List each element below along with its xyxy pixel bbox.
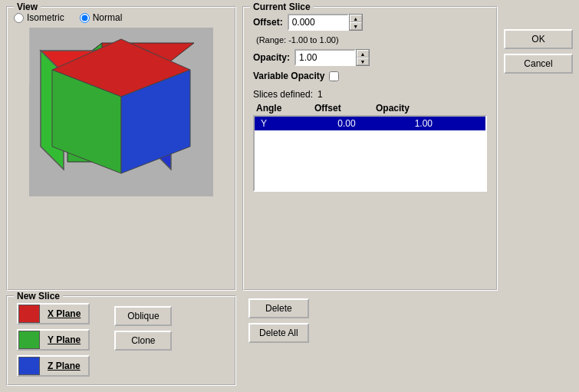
y-plane-label: Y Plane	[40, 333, 88, 347]
x-color-box	[18, 305, 40, 323]
offset-down-btn[interactable]: ▼	[350, 22, 362, 30]
ok-cancel-buttons: OK Cancel	[504, 6, 573, 291]
slices-defined-count: 1	[317, 89, 323, 100]
new-slice-panel: New Slice X Plane Y Plane Z Plane	[6, 295, 236, 386]
current-slice-panel: Current Slice Offset: ▲ ▼ (Range: -1.00 …	[242, 6, 498, 291]
opacity-spinner-buttons: ▲ ▼	[356, 49, 370, 66]
isometric-radio[interactable]	[14, 13, 24, 23]
view-legend: View	[14, 2, 41, 12]
delete-col: Delete Delete All	[248, 295, 309, 343]
table-row[interactable]: Y0.001.00	[255, 117, 485, 130]
opacity-up-btn[interactable]: ▲	[357, 50, 369, 58]
isometric-radio-label[interactable]: Isometric	[14, 12, 64, 23]
oblique-button[interactable]: Oblique	[114, 306, 172, 326]
offset-row: Offset: ▲ ▼	[253, 14, 487, 31]
bottom-row: New Slice X Plane Y Plane Z Plane	[6, 295, 573, 386]
slices-count-row: Slices defined: 1	[253, 89, 487, 100]
cancel-button[interactable]: Cancel	[504, 54, 573, 74]
dialog: View Isometric Normal	[0, 0, 579, 392]
z-color-box	[18, 357, 40, 375]
variable-opacity-label: Variable Opacity	[253, 71, 324, 81]
cell-angle: Y	[255, 117, 331, 130]
slices-defined-label: Slices defined:	[253, 89, 313, 100]
z-plane-label: Z Plane	[40, 359, 88, 373]
range-text: (Range: -1.00 to 1.00)	[256, 35, 487, 44]
cell-opacity: 1.00	[409, 117, 485, 130]
opacity-row: Opacity: ▲ ▼	[253, 49, 487, 66]
plane-buttons: X Plane Y Plane Z Plane	[17, 303, 90, 377]
cell-offset: 0.00	[331, 117, 408, 130]
opacity-label: Opacity:	[253, 52, 290, 63]
y-color-box	[18, 331, 40, 349]
cube-preview	[29, 28, 213, 196]
top-row: View Isometric Normal	[6, 6, 573, 291]
delete-all-button[interactable]: Delete All	[248, 323, 309, 343]
offset-label: Offset:	[253, 17, 283, 28]
offset-up-btn[interactable]: ▲	[350, 15, 362, 22]
view-panel: View Isometric Normal	[6, 6, 236, 291]
z-plane-button[interactable]: Z Plane	[17, 355, 90, 377]
opacity-input[interactable]	[294, 49, 356, 66]
cube-svg	[29, 28, 213, 196]
normal-radio[interactable]	[80, 13, 90, 23]
x-plane-label: X Plane	[40, 307, 88, 321]
clone-button[interactable]: Clone	[114, 331, 172, 351]
variable-opacity-checkbox[interactable]	[329, 71, 339, 81]
slices-table: Y0.001.00	[255, 117, 485, 130]
oblique-clone-col: Oblique Clone	[114, 306, 172, 377]
offset-spinbox[interactable]: ▲ ▼	[288, 14, 363, 31]
opacity-down-btn[interactable]: ▼	[357, 58, 369, 65]
new-slice-inner: X Plane Y Plane Z Plane Oblique Clone	[17, 303, 225, 377]
slices-header: Angle Offset Opacity	[253, 103, 487, 114]
new-slice-legend: New Slice	[14, 291, 63, 301]
radio-row: Isometric Normal	[14, 12, 229, 23]
delete-button[interactable]: Delete	[248, 298, 309, 318]
current-slice-legend: Current Slice	[250, 2, 314, 12]
opacity-spinbox[interactable]: ▲ ▼	[294, 49, 370, 66]
col-angle: Angle	[253, 103, 314, 114]
ok-button[interactable]: OK	[504, 29, 573, 49]
x-plane-button[interactable]: X Plane	[17, 303, 90, 324]
offset-input[interactable]	[288, 14, 349, 31]
offset-spinner-buttons: ▲ ▼	[349, 14, 363, 31]
col-opacity: Opacity	[376, 103, 437, 114]
y-plane-button[interactable]: Y Plane	[17, 329, 90, 351]
normal-radio-label[interactable]: Normal	[80, 12, 123, 23]
isometric-label: Isometric	[27, 12, 64, 23]
normal-label: Normal	[93, 12, 123, 23]
slices-table-container[interactable]: Y0.001.00	[253, 115, 487, 192]
variable-opacity-row: Variable Opacity	[253, 71, 487, 81]
col-offset: Offset	[314, 103, 376, 114]
